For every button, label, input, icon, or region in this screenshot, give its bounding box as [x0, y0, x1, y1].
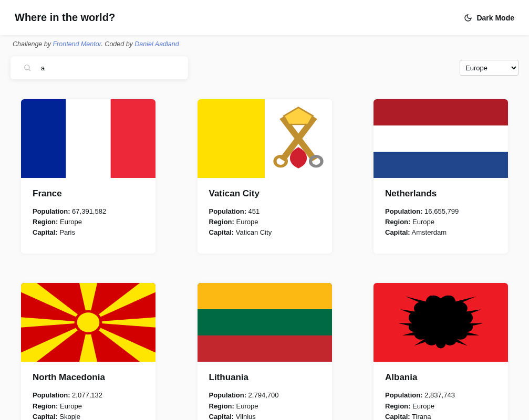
card-body: FrancePopulation: 67,391,582Region: Euro…: [21, 178, 155, 254]
flag-lithuania: [198, 283, 332, 362]
meta-label-capital: Capital:: [385, 413, 410, 420]
meta-value-capital: Vilnius: [234, 413, 256, 420]
meta-row-region: Region: Europe: [209, 401, 320, 412]
country-name: Vatican City: [209, 188, 320, 199]
meta-label-region: Region:: [209, 402, 234, 410]
meta-value-region: Europe: [58, 402, 82, 410]
card-body: LithuaniaPopulation: 2,794,700Region: Eu…: [198, 362, 332, 420]
meta-row-capital: Capital: Tirana: [385, 412, 496, 420]
meta-value-population: 67,391,582: [70, 207, 107, 215]
meta-row-region: Region: Europe: [385, 217, 496, 227]
meta-value-capital: Paris: [58, 228, 75, 236]
meta-label-capital: Capital:: [33, 228, 58, 236]
meta-value-region: Europe: [58, 218, 82, 226]
dark-mode-label: Dark Mode: [476, 14, 514, 22]
search-wrap: [11, 56, 188, 79]
meta-row-population: Population: 16,655,799: [385, 206, 496, 217]
dark-mode-toggle[interactable]: Dark Mode: [464, 14, 514, 22]
meta-label-region: Region:: [209, 218, 234, 226]
meta-label-population: Population:: [385, 391, 423, 399]
country-card[interactable]: Vatican CityPopulation: 451Region: Europ…: [198, 99, 332, 254]
meta-row-population: Population: 2,837,743: [385, 390, 496, 401]
meta-value-capital: Amsterdam: [410, 228, 447, 236]
meta-value-region: Europe: [410, 402, 434, 410]
svg-line-1: [29, 69, 30, 71]
controls-bar: Europe: [0, 53, 529, 79]
meta-row-region: Region: Europe: [33, 401, 144, 412]
countries-grid: FrancePopulation: 67,391,582Region: Euro…: [0, 79, 529, 420]
meta-label-population: Population:: [209, 207, 247, 215]
meta-row-capital: Capital: Vatican City: [209, 227, 320, 238]
attribution: Challenge by Frontend Mentor. Coded by D…: [0, 35, 529, 53]
country-card[interactable]: LithuaniaPopulation: 2,794,700Region: Eu…: [198, 283, 332, 420]
meta-row-region: Region: Europe: [33, 217, 144, 227]
meta-row-capital: Capital: Skopje: [33, 412, 144, 420]
meta-value-capital: Tirana: [410, 413, 431, 420]
country-card[interactable]: AlbaniaPopulation: 2,837,743Region: Euro…: [374, 283, 508, 420]
meta-label-capital: Capital:: [33, 413, 58, 420]
search-icon: [23, 64, 32, 72]
card-body: North MacedoniaPopulation: 2,077,132Regi…: [21, 362, 155, 420]
search-input[interactable]: [41, 64, 175, 72]
attribution-link-frontend-mentor[interactable]: Frontend Mentor: [53, 40, 101, 48]
country-meta: Population: 2,077,132Region: EuropeCapit…: [33, 390, 144, 420]
country-name: France: [33, 188, 144, 199]
meta-label-population: Population:: [209, 391, 247, 399]
meta-value-population: 451: [246, 207, 260, 215]
meta-label-capital: Capital:: [385, 228, 410, 236]
attribution-link-author[interactable]: Daniel Aadland: [134, 40, 179, 48]
meta-value-population: 2,077,132: [70, 391, 102, 399]
meta-value-region: Europe: [234, 402, 258, 410]
meta-row-capital: Capital: Paris: [33, 227, 144, 238]
country-meta: Population: 2,794,700Region: EuropeCapit…: [209, 390, 320, 420]
country-card[interactable]: North MacedoniaPopulation: 2,077,132Regi…: [21, 283, 155, 420]
meta-value-region: Europe: [410, 218, 434, 226]
meta-value-population: 16,655,799: [423, 207, 459, 215]
flag-france: [21, 99, 155, 178]
country-meta: Population: 16,655,799Region: EuropeCapi…: [385, 206, 496, 238]
meta-value-capital: Vatican City: [234, 228, 272, 236]
flag-netherlands: [374, 99, 508, 178]
meta-label-capital: Capital:: [209, 228, 234, 236]
meta-row-population: Population: 2,077,132: [33, 390, 144, 401]
meta-label-capital: Capital:: [209, 413, 234, 420]
meta-row-capital: Capital: Amsterdam: [385, 227, 496, 238]
page-title: Where in the world?: [15, 12, 115, 24]
meta-value-population: 2,794,700: [246, 391, 278, 399]
meta-row-region: Region: Europe: [385, 401, 496, 412]
card-body: AlbaniaPopulation: 2,837,743Region: Euro…: [374, 362, 508, 420]
country-name: Netherlands: [385, 188, 496, 199]
meta-label-population: Population:: [33, 391, 70, 399]
header: Where in the world? Dark Mode: [0, 0, 529, 35]
meta-value-capital: Skopje: [58, 413, 80, 420]
country-meta: Population: 451Region: EuropeCapital: Va…: [209, 206, 320, 238]
country-card[interactable]: NetherlandsPopulation: 16,655,799Region:…: [374, 99, 508, 254]
country-meta: Population: 67,391,582Region: EuropeCapi…: [33, 206, 144, 238]
meta-value-region: Europe: [234, 218, 258, 226]
meta-label-region: Region:: [33, 218, 58, 226]
meta-label-region: Region:: [33, 402, 58, 410]
meta-row-region: Region: Europe: [209, 217, 320, 227]
country-name: Albania: [385, 372, 496, 383]
country-name: North Macedonia: [33, 372, 144, 383]
card-body: NetherlandsPopulation: 16,655,799Region:…: [374, 178, 508, 254]
meta-value-population: 2,837,743: [423, 391, 455, 399]
attribution-mid: . Coded by: [101, 40, 134, 48]
attribution-prefix: Challenge by: [13, 40, 53, 48]
meta-label-region: Region:: [385, 218, 410, 226]
country-card[interactable]: FrancePopulation: 67,391,582Region: Euro…: [21, 99, 155, 254]
svg-point-0: [25, 65, 29, 70]
meta-row-population: Population: 67,391,582: [33, 206, 144, 217]
country-meta: Population: 2,837,743Region: EuropeCapit…: [385, 390, 496, 420]
flag-macedonia: [21, 283, 155, 362]
flag-albania: [374, 283, 508, 362]
meta-label-population: Population:: [33, 207, 70, 215]
meta-label-population: Population:: [385, 207, 423, 215]
moon-icon: [464, 14, 472, 22]
region-filter-select[interactable]: Europe: [460, 60, 518, 76]
meta-row-population: Population: 2,794,700: [209, 390, 320, 401]
meta-row-population: Population: 451: [209, 206, 320, 217]
flag-vatican: [198, 99, 332, 178]
card-body: Vatican CityPopulation: 451Region: Europ…: [198, 178, 332, 254]
meta-label-region: Region:: [385, 402, 410, 410]
